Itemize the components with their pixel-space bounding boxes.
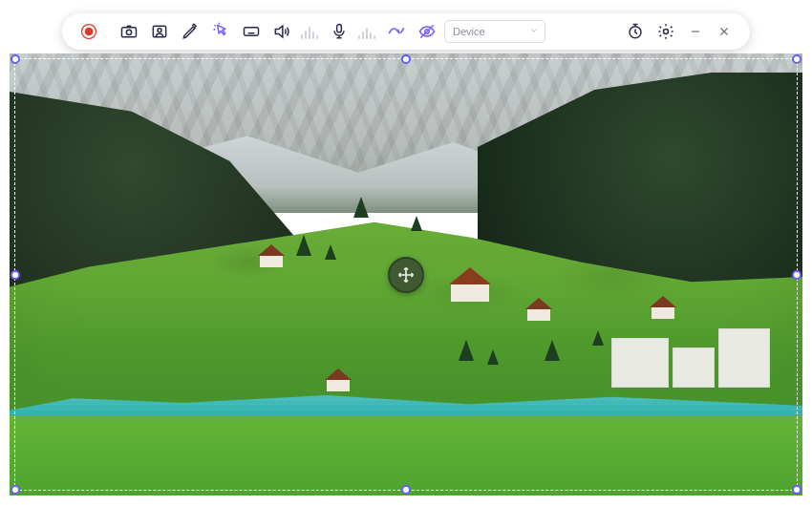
cursor-effects-button[interactable]	[207, 18, 234, 45]
webcam-button[interactable]	[146, 18, 173, 45]
resize-handle-n[interactable]	[401, 54, 411, 64]
device-select[interactable]: Device	[444, 20, 545, 43]
preview-building	[611, 338, 669, 388]
move-handle[interactable]	[388, 257, 424, 293]
resize-handle-se[interactable]	[792, 485, 801, 494]
cursor-click-icon	[211, 22, 230, 41]
minimize-icon	[689, 25, 702, 38]
preview-house	[258, 244, 285, 267]
preview-tree	[325, 244, 336, 260]
preview-tree	[592, 330, 604, 346]
preview-house	[325, 368, 352, 391]
close-button[interactable]	[712, 19, 737, 44]
resize-handle-s[interactable]	[401, 485, 411, 494]
screen-recorder-app: Device	[0, 0, 812, 505]
preview-tree	[545, 340, 560, 361]
keystroke-button[interactable]	[238, 18, 265, 45]
svg-rect-2	[122, 28, 137, 37]
preview-house	[525, 298, 552, 321]
svg-rect-6	[245, 28, 259, 35]
auto-split-button[interactable]	[414, 18, 440, 45]
record-icon	[79, 22, 98, 41]
close-icon	[717, 25, 731, 38]
capture-area[interactable]	[10, 53, 802, 495]
preview-tree	[487, 349, 499, 365]
system-audio-button[interactable]	[268, 18, 295, 45]
resize-handle-sw[interactable]	[11, 485, 20, 494]
preview-grass	[10, 415, 802, 495]
gear-icon	[656, 22, 675, 41]
resize-handle-nw[interactable]	[11, 54, 20, 64]
mic-level	[358, 24, 375, 39]
svg-point-5	[158, 29, 161, 32]
resize-handle-ne[interactable]	[792, 54, 801, 64]
resize-handle-e[interactable]	[792, 270, 801, 280]
toolbar-right-group	[622, 18, 737, 45]
preview-tree	[353, 197, 369, 218]
timer-button[interactable]	[622, 18, 649, 45]
toolbar: Device	[62, 13, 750, 50]
move-icon	[396, 265, 416, 284]
preview-house	[449, 267, 491, 302]
preview-house	[650, 296, 676, 319]
svg-rect-7	[337, 25, 342, 32]
minimize-button[interactable]	[683, 19, 708, 44]
preview-building	[718, 328, 770, 388]
system-audio-level	[301, 24, 318, 39]
camera-icon	[119, 22, 139, 41]
microphone-button[interactable]	[326, 18, 353, 45]
svg-point-1	[85, 28, 94, 36]
pencil-icon	[181, 22, 200, 41]
settings-button[interactable]	[652, 18, 679, 45]
preview-tree	[411, 216, 422, 231]
timer-icon	[626, 22, 645, 41]
svg-point-8	[396, 30, 399, 32]
svg-point-11	[664, 30, 669, 34]
preview-building	[673, 347, 715, 388]
preview-tree	[296, 235, 311, 256]
keyboard-icon	[242, 22, 261, 41]
eye-off-icon	[417, 22, 437, 41]
chevron-down-icon	[529, 26, 539, 37]
record-button[interactable]	[75, 18, 102, 45]
person-frame-icon	[150, 22, 169, 41]
schedule-button[interactable]	[383, 18, 410, 45]
resize-handle-w[interactable]	[11, 270, 20, 280]
svg-rect-4	[153, 26, 165, 37]
speaker-icon	[272, 22, 291, 41]
auto-stop-icon	[387, 22, 406, 41]
svg-point-3	[126, 30, 131, 34]
microphone-icon	[330, 22, 349, 41]
device-select-label: Device	[453, 26, 485, 37]
preview-tree	[459, 340, 474, 361]
draw-button[interactable]	[177, 18, 203, 45]
screenshot-button[interactable]	[116, 18, 142, 45]
